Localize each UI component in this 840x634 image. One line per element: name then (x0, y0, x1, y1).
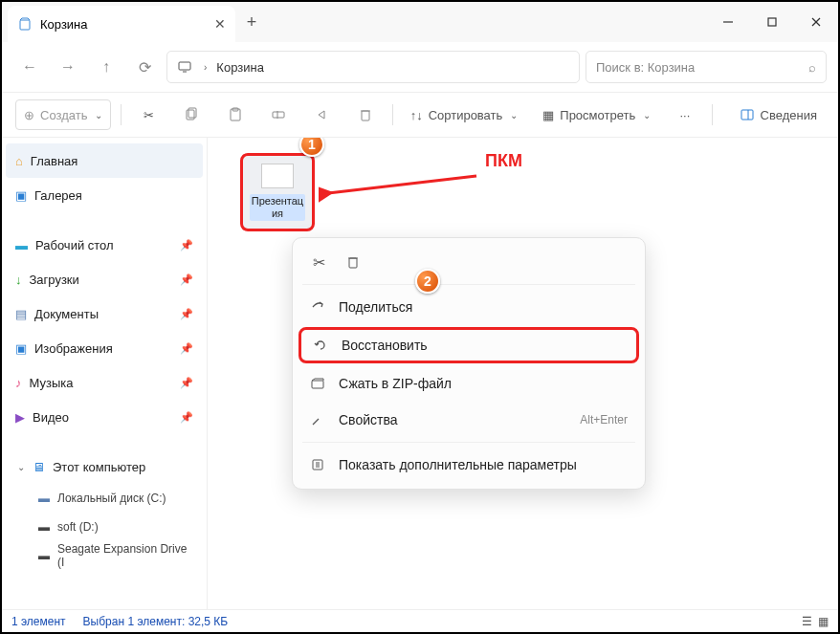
address-row: ← → ↑ ⟳ › Корзина Поиск в: Корзина ⌕ (2, 42, 838, 92)
document-icon: ▤ (15, 307, 27, 321)
details-pane-button[interactable]: Сведения (732, 99, 825, 130)
copy-button[interactable] (175, 99, 209, 130)
sidebar-label: Рабочий стол (35, 238, 114, 252)
sidebar-label: soft (D:) (57, 520, 99, 534)
pin-icon: 📌 (180, 377, 193, 389)
trash-icon (358, 107, 373, 122)
sort-icon: ↑↓ (410, 108, 423, 122)
sidebar-item-desktop[interactable]: ▬Рабочий стол📌 (6, 228, 203, 262)
list-view-icon[interactable]: ☰ (802, 615, 812, 628)
context-item-share[interactable]: Поделиться (293, 289, 645, 325)
forward-button[interactable]: → (52, 51, 84, 83)
sidebar-item-thispc[interactable]: ⌄🖥Этот компьютер (6, 449, 203, 484)
chevron-down-icon: ⌄ (643, 110, 651, 120)
minimize-button[interactable] (706, 2, 750, 42)
back-button[interactable]: ← (13, 51, 46, 83)
context-shortcut: Alt+Enter (580, 413, 628, 426)
svg-rect-15 (741, 110, 753, 120)
context-item-more[interactable]: Показать дополнительные параметры (293, 447, 645, 483)
annotation-pkm-label: ПКМ (485, 151, 522, 171)
svg-rect-18 (349, 258, 357, 268)
explorer-window: Корзина ✕ + ← → ↑ ⟳ › Корзина Поиск в: К… (0, 0, 840, 634)
titlebar: Корзина ✕ + (2, 2, 838, 42)
more-options-icon (310, 457, 325, 472)
scissors-icon: ✂ (144, 108, 154, 122)
video-icon: ▶ (15, 410, 25, 425)
file-item[interactable]: Презентац ия (240, 153, 315, 231)
sidebar-item-documents[interactable]: ▤Документы📌 (6, 296, 203, 331)
cut-button[interactable]: ✂ (131, 99, 165, 130)
sidebar-item-gallery[interactable]: ▣Галерея (6, 178, 203, 212)
recycle-bin-icon (17, 16, 33, 32)
context-label: Восстановить (342, 338, 428, 353)
tab-close-button[interactable]: ✕ (214, 16, 226, 32)
sidebar-item-videos[interactable]: ▶Видео📌 (6, 400, 203, 434)
search-input[interactable]: Поиск в: Корзина ⌕ (586, 51, 827, 83)
paste-button[interactable] (218, 99, 252, 130)
create-button[interactable]: ⊕ Создать ⌄ (15, 99, 111, 130)
download-icon: ↓ (15, 273, 22, 287)
context-menu: ✂ Поделиться Восстановить Сжать в ZIP-фа… (292, 237, 646, 490)
sidebar-item-music[interactable]: ♪Музыка📌 (6, 365, 203, 400)
share-button[interactable] (305, 99, 339, 130)
sidebar-item-drive-c[interactable]: ▬Локальный диск (C:) (6, 484, 203, 513)
sidebar-label: Этот компьютер (53, 460, 145, 474)
toolbar: ⊕ Создать ⌄ ✂ ↑↓ Сортировать ⌄ ▦ Просмот… (2, 92, 838, 138)
annotation-badge-1: 1 (299, 138, 324, 157)
context-item-zip[interactable]: Сжать в ZIP-файл (293, 365, 645, 402)
rename-button[interactable] (262, 99, 296, 130)
sidebar-label: Локальный диск (C:) (57, 492, 166, 505)
monitor-icon (177, 59, 192, 75)
zip-icon (310, 376, 325, 391)
context-item-properties[interactable]: Свойства Alt+Enter (293, 402, 645, 438)
trash-icon[interactable] (343, 251, 364, 273)
grid-view-icon[interactable]: ▦ (818, 615, 829, 628)
separator (121, 104, 122, 125)
context-menu-separator (302, 442, 635, 443)
body: ⌂Главная ▣Галерея ▬Рабочий стол📌 ↓Загруз… (2, 138, 838, 609)
view-label: Просмотреть (560, 108, 635, 122)
create-label: Создать (40, 108, 87, 122)
content-area[interactable]: Презентац ия 1 ПКМ ✂ Поделиться (208, 138, 838, 609)
up-button[interactable]: ↑ (90, 51, 122, 83)
close-button[interactable] (794, 2, 838, 42)
svg-rect-5 (179, 62, 190, 70)
sidebar-item-drive-d[interactable]: ▬soft (D:) (6, 513, 203, 541)
more-button[interactable]: ··· (668, 99, 701, 130)
desktop-icon: ▬ (15, 238, 28, 252)
tab-recycle-bin[interactable]: Корзина ✕ (8, 6, 235, 42)
rename-icon (271, 107, 286, 122)
sort-label: Сортировать (429, 108, 503, 122)
sidebar-label: Загрузки (30, 273, 79, 287)
new-tab-button[interactable]: + (235, 2, 268, 42)
sort-button[interactable]: ↑↓ Сортировать ⌄ (403, 99, 526, 130)
tab-title: Корзина (40, 17, 88, 32)
breadcrumb[interactable]: › Корзина (166, 51, 580, 83)
sidebar-label: Главная (31, 154, 77, 168)
view-button[interactable]: ▦ Просмотреть ⌄ (535, 99, 658, 130)
sidebar-item-drive-e[interactable]: ▬Seagate Expansion Drive (I (6, 541, 203, 570)
context-menu-icons: ✂ (293, 244, 645, 280)
details-icon (740, 107, 755, 122)
grid-icon: ▦ (542, 108, 554, 122)
sidebar-item-home[interactable]: ⌂Главная (6, 143, 203, 178)
delete-button[interactable] (348, 99, 382, 130)
context-item-restore[interactable]: Восстановить (298, 327, 639, 363)
chevron-down-icon: ⌄ (17, 462, 25, 472)
restore-icon (313, 338, 328, 353)
sidebar-item-downloads[interactable]: ↓Загрузки📌 (6, 262, 203, 296)
music-icon: ♪ (15, 376, 22, 390)
status-selection: Выбран 1 элемент: 32,5 КБ (83, 615, 229, 628)
clipboard-icon (228, 107, 243, 122)
svg-rect-0 (20, 20, 30, 30)
maximize-button[interactable] (750, 2, 794, 42)
sidebar-item-pictures[interactable]: ▣Изображения📌 (6, 331, 203, 365)
refresh-button[interactable]: ⟳ (128, 51, 161, 83)
sidebar-label: Видео (33, 410, 69, 425)
separator (392, 104, 393, 125)
file-name: Презентац ия (250, 194, 305, 221)
sidebar: ⌂Главная ▣Галерея ▬Рабочий стол📌 ↓Загруз… (2, 138, 208, 609)
cut-icon[interactable]: ✂ (308, 251, 329, 273)
window-controls (706, 2, 838, 42)
context-label: Свойства (339, 412, 397, 427)
